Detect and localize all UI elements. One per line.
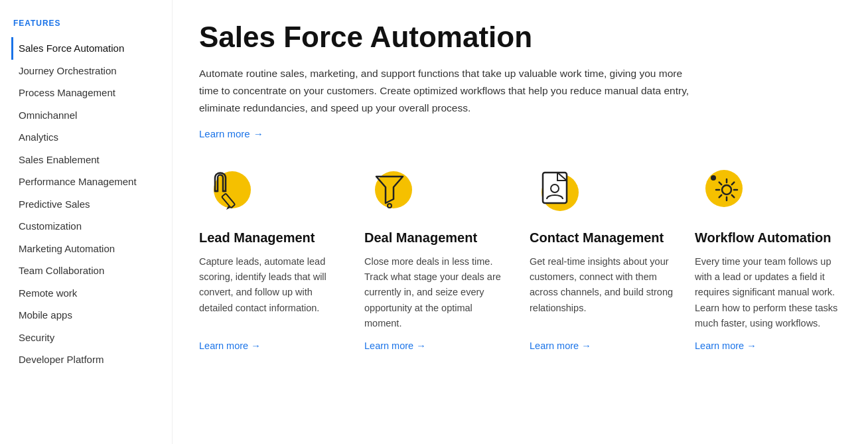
- sidebar-nav: Sales Force AutomationJourney Orchestrat…: [13, 37, 172, 371]
- arrow-icon: →: [581, 340, 591, 351]
- sidebar-item-journey-orchestration[interactable]: Journey Orchestration: [11, 60, 172, 82]
- sidebar-item-marketing-automation[interactable]: Marketing Automation: [11, 238, 172, 260]
- sidebar-item-sales-force-automation[interactable]: Sales Force Automation: [11, 37, 172, 60]
- sidebar-item-omnichannel[interactable]: Omnichannel: [11, 104, 172, 127]
- sidebar-item-process-management[interactable]: Process Management: [11, 82, 172, 104]
- sidebar-item-developer-platform[interactable]: Developer Platform: [11, 348, 172, 371]
- svg-point-10: [711, 175, 716, 181]
- main-learn-more-link[interactable]: Learn more →: [199, 128, 263, 139]
- sidebar-item-analytics[interactable]: Analytics: [11, 126, 172, 149]
- arrow-icon: →: [253, 128, 263, 139]
- lead-management-description: Capture leads, automate lead scoring, id…: [199, 254, 346, 331]
- feature-cards-grid: Lead Management Capture leads, automate …: [199, 165, 841, 351]
- contact-management-title: Contact Management: [530, 230, 676, 246]
- arrow-icon: →: [747, 340, 757, 351]
- page-description: Automate routine sales, marketing, and s…: [199, 65, 703, 116]
- deal-management-description: Close more deals in less time. Track wha…: [364, 254, 511, 331]
- feature-card-contact-management: Contact Management Get real-time insight…: [530, 165, 676, 351]
- feature-card-deal-management: Deal Management Close more deals in less…: [364, 165, 511, 351]
- sidebar-item-mobile-apps[interactable]: Mobile apps: [11, 304, 172, 327]
- workflow-automation-icon: [695, 165, 748, 218]
- lead-management-icon: [199, 165, 252, 218]
- feature-card-lead-management: Lead Management Capture leads, automate …: [199, 165, 346, 351]
- workflow-automation-learn-more-link[interactable]: Learn more →: [695, 340, 841, 351]
- svg-point-0: [214, 171, 251, 208]
- sidebar-item-sales-enablement[interactable]: Sales Enablement: [11, 149, 172, 171]
- lead-management-title: Lead Management: [199, 230, 346, 246]
- contact-management-learn-more-link[interactable]: Learn more →: [530, 340, 676, 351]
- deal-management-title: Deal Management: [364, 230, 511, 246]
- sidebar-item-security[interactable]: Security: [11, 327, 172, 349]
- sidebar-item-predictive-sales[interactable]: Predictive Sales: [11, 193, 172, 216]
- sidebar-item-performance-management[interactable]: Performance Management: [11, 171, 172, 193]
- contact-management-description: Get real-time insights about your custom…: [530, 254, 676, 331]
- sidebar-item-remote-work[interactable]: Remote work: [11, 282, 172, 305]
- deal-management-learn-more-link[interactable]: Learn more →: [364, 340, 511, 351]
- features-label: FEATURES: [13, 19, 172, 28]
- workflow-automation-description: Every time your team follows up with a l…: [695, 254, 841, 331]
- main-content: Sales Force Automation Automate routine …: [173, 0, 868, 444]
- feature-card-workflow-automation: Workflow Automation Every time your team…: [695, 165, 841, 351]
- sidebar-item-team-collaboration[interactable]: Team Collaboration: [11, 259, 172, 282]
- contact-management-icon: [530, 165, 583, 218]
- page-title: Sales Force Automation: [199, 21, 841, 53]
- workflow-automation-title: Workflow Automation: [695, 230, 841, 246]
- arrow-icon: →: [416, 340, 426, 351]
- arrow-icon: →: [251, 340, 261, 351]
- lead-management-learn-more-link[interactable]: Learn more →: [199, 340, 346, 351]
- sidebar-item-customization[interactable]: Customization: [11, 215, 172, 238]
- svg-point-8: [705, 170, 743, 207]
- deal-management-icon: [364, 165, 417, 218]
- svg-point-4: [388, 204, 392, 208]
- sidebar: FEATURES Sales Force AutomationJourney O…: [0, 0, 173, 444]
